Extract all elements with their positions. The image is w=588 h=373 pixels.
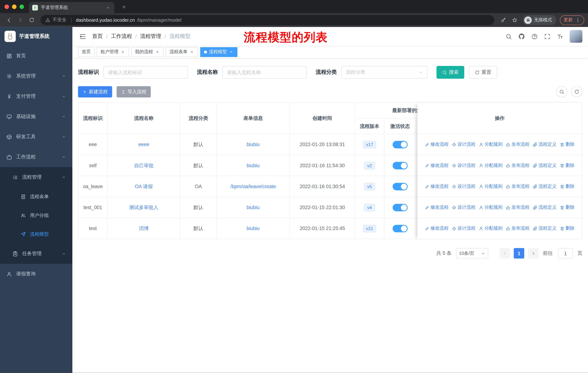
process-name-link[interactable]: 滔博 xyxy=(139,225,148,232)
update-button[interactable]: 更新 xyxy=(560,15,584,25)
tab-close-icon[interactable] xyxy=(105,5,111,10)
bookmark-star-icon[interactable] xyxy=(509,15,520,25)
delete-process-link[interactable]: 删除 xyxy=(560,183,575,190)
breadcrumb-item-process-management[interactable]: 流程管理 xyxy=(140,33,161,40)
new-tab-button[interactable] xyxy=(120,3,127,10)
assign-rule-link[interactable]: 分配规则 xyxy=(479,204,503,211)
delete-process-link[interactable]: 删除 xyxy=(560,162,575,169)
active-status-toggle[interactable] xyxy=(393,141,408,148)
publish-process-link[interactable]: 发布流程 xyxy=(506,225,529,232)
process-definition-link[interactable]: 流程定义 xyxy=(533,141,557,148)
sidebar-item-user-group[interactable]: 用户分组 xyxy=(0,206,72,225)
password-key-icon[interactable] xyxy=(498,15,509,25)
process-name-link[interactable]: 测试多审批人 xyxy=(129,204,158,211)
delete-process-link[interactable]: 删除 xyxy=(560,225,575,232)
reload-button[interactable] xyxy=(26,15,37,25)
active-status-toggle[interactable] xyxy=(393,183,408,190)
process-definition-link[interactable]: 流程定义 xyxy=(533,204,557,211)
process-name-link[interactable]: OA 请假 xyxy=(135,183,153,190)
process-definition-link[interactable]: 流程定义 xyxy=(533,183,557,190)
process-name-input[interactable] xyxy=(222,66,307,79)
process-name-link[interactable]: eeee xyxy=(138,142,149,147)
process-definition-link[interactable]: 流程定义 xyxy=(533,225,557,232)
assign-rule-link[interactable]: 分配规则 xyxy=(479,162,503,169)
delete-process-link[interactable]: 删除 xyxy=(560,204,575,211)
assign-rule-link[interactable]: 分配规则 xyxy=(479,183,503,190)
publish-process-link[interactable]: 发布流程 xyxy=(506,162,529,169)
sidebar-item-leave-query[interactable]: 请假查询 xyxy=(0,264,72,284)
font-size-icon[interactable] xyxy=(557,33,563,40)
show-search-button[interactable] xyxy=(556,86,567,97)
modify-process-link[interactable]: 修改流程 xyxy=(425,225,449,232)
publish-process-link[interactable]: 发布流程 xyxy=(506,141,529,148)
address-bar[interactable]: 不安全 dashboard.yudao.iocoder.cn/bpm/manag… xyxy=(41,15,494,25)
fullscreen-icon[interactable] xyxy=(544,33,550,40)
tag-close-icon[interactable] xyxy=(120,50,125,54)
publish-process-link[interactable]: 发布流程 xyxy=(506,183,529,190)
process-key-input[interactable] xyxy=(104,66,188,79)
tag-my-process[interactable]: 我的流程 xyxy=(131,47,164,57)
sidebar-item-workflow[interactable]: 工作流程 xyxy=(0,147,72,167)
forward-button[interactable] xyxy=(15,15,26,25)
sidebar-item-system-management[interactable]: 系统管理 xyxy=(0,66,72,86)
modify-process-link[interactable]: 修改流程 xyxy=(425,204,449,211)
window-zoom-button[interactable] xyxy=(20,4,24,9)
breadcrumb-item-home[interactable]: 首页 xyxy=(92,33,103,40)
active-status-toggle[interactable] xyxy=(393,225,408,232)
tag-home[interactable]: 首页 xyxy=(78,47,94,57)
browser-tab[interactable]: 芋道管理系统 xyxy=(29,2,114,13)
modify-process-link[interactable]: 修改流程 xyxy=(425,183,449,190)
sidebar-item-task-management[interactable]: 任务管理 xyxy=(0,243,72,264)
tag-process-model-active[interactable]: 流程模型 xyxy=(200,47,238,57)
assign-rule-link[interactable]: 分配规则 xyxy=(479,141,503,148)
design-process-link[interactable]: 设计流程 xyxy=(452,204,475,211)
user-avatar[interactable] xyxy=(570,30,582,43)
tag-close-icon[interactable] xyxy=(189,50,194,54)
next-page-button[interactable] xyxy=(528,248,539,259)
form-info-link[interactable]: biubiu xyxy=(247,204,260,210)
window-close-button[interactable] xyxy=(5,4,9,9)
sidebar-item-infrastructure[interactable]: 基础设施 xyxy=(0,106,72,127)
form-info-link[interactable]: /bpm/oa/leave/create xyxy=(230,184,276,189)
create-process-button[interactable]: 新建流程 xyxy=(78,86,112,97)
github-icon[interactable] xyxy=(518,33,525,40)
form-info-link[interactable]: biubiu xyxy=(247,163,260,168)
active-status-toggle[interactable] xyxy=(393,162,408,169)
form-info-link[interactable]: biubiu xyxy=(247,142,260,147)
help-icon[interactable] xyxy=(531,33,538,40)
sidebar-item-dev-tools[interactable]: 研发工具 xyxy=(0,127,72,147)
tag-process-form[interactable]: 流程表单 xyxy=(166,47,198,57)
search-button[interactable]: 搜索 xyxy=(437,66,464,79)
modify-process-link[interactable]: 修改流程 xyxy=(425,141,449,148)
design-process-link[interactable]: 设计流程 xyxy=(452,225,475,232)
design-process-link[interactable]: 设计流程 xyxy=(452,141,475,148)
page-1-button[interactable]: 1 xyxy=(514,248,524,259)
breadcrumb-item-workflow[interactable]: 工作流程 xyxy=(111,33,132,40)
page-size-select[interactable]: 10条/页 xyxy=(456,248,488,259)
publish-process-link[interactable]: 发布流程 xyxy=(506,204,529,211)
sidebar-item-process-model[interactable]: 流程模型 xyxy=(0,225,72,243)
window-minimize-button[interactable] xyxy=(12,4,17,9)
sidebar-item-home[interactable]: 首页 xyxy=(0,46,72,66)
sidebar-item-process-management[interactable]: 流程管理 xyxy=(0,167,72,187)
tag-close-icon[interactable] xyxy=(155,50,160,54)
process-name-link[interactable]: 自己审批 xyxy=(134,162,154,169)
sidebar-item-payment-management[interactable]: 支付管理 xyxy=(0,86,72,106)
assign-rule-link[interactable]: 分配规则 xyxy=(479,225,503,232)
sidebar-item-process-form[interactable]: 流程表单 xyxy=(0,187,72,206)
design-process-link[interactable]: 设计流程 xyxy=(452,183,475,190)
import-process-button[interactable]: 导入流程 xyxy=(117,86,151,97)
tag-tenant-management[interactable]: 租户管理 xyxy=(97,47,129,57)
process-definition-link[interactable]: 流程定义 xyxy=(533,162,557,169)
active-status-toggle[interactable] xyxy=(393,204,408,211)
sidebar-toggle-button[interactable] xyxy=(78,32,87,41)
modify-process-link[interactable]: 修改流程 xyxy=(425,162,449,169)
browser-menu-kebab-icon[interactable] xyxy=(575,18,580,23)
form-info-link[interactable]: biubiu xyxy=(247,226,260,231)
process-category-select[interactable]: 流程分类 xyxy=(341,66,427,79)
design-process-link[interactable]: 设计流程 xyxy=(452,162,475,169)
back-button[interactable] xyxy=(4,15,14,25)
header-search-icon[interactable] xyxy=(505,33,512,40)
prev-page-button[interactable] xyxy=(499,248,510,259)
tag-close-icon[interactable] xyxy=(229,50,234,54)
